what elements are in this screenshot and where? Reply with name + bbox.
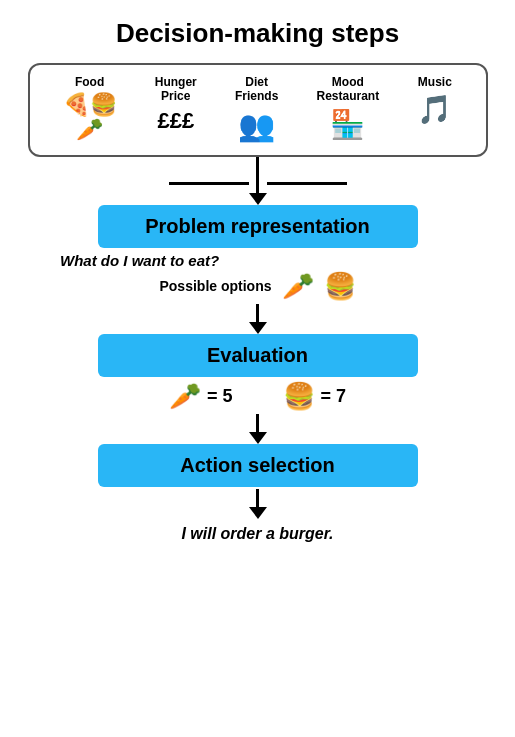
context-label-mood: MoodRestaurant [317, 75, 380, 104]
connector-v-1 [256, 157, 259, 171]
arrow-to-final [249, 489, 267, 519]
connector-h-right [267, 182, 347, 185]
burger-option-icon: 🍔 [324, 271, 356, 302]
context-label-music: Music [418, 75, 452, 89]
connector-down [256, 171, 259, 193]
context-label-diet: DietFriends [235, 75, 278, 104]
arrow-line-3 [256, 414, 259, 432]
carrot-score-icon: 🥕 [169, 381, 201, 412]
arrow-head-1 [249, 193, 267, 205]
final-text: I will order a burger. [181, 525, 333, 543]
connector-box-to-problem [169, 157, 347, 205]
possible-options-label: Possible options [159, 278, 271, 294]
burger-score: 🍔 = 7 [283, 381, 347, 412]
price-icon: £££ [157, 108, 194, 134]
context-item-hunger-price: HungerPrice £££ [155, 75, 197, 134]
burger-score-value: = 7 [321, 386, 347, 407]
connector-center [249, 171, 267, 205]
friends-icon: 👥 [238, 108, 275, 143]
question-text: What do I want to eat? [60, 252, 219, 269]
connector-split [169, 171, 347, 205]
arrow-line-4 [256, 489, 259, 507]
arrow-head-3 [249, 432, 267, 444]
scores-row: 🥕 = 5 🍔 = 7 [169, 381, 346, 412]
arrow-head-4 [249, 507, 267, 519]
page-title: Decision-making steps [116, 18, 399, 49]
burger-score-icon: 🍔 [283, 381, 315, 412]
action-selection-box: Action selection [98, 444, 418, 487]
context-label-food: Food [75, 75, 104, 89]
evaluation-box: Evaluation [98, 334, 418, 377]
arrow-to-evaluation [249, 304, 267, 334]
context-label-hunger: HungerPrice [155, 75, 197, 104]
carrot-score-value: = 5 [207, 386, 233, 407]
food-icons: 🍕🍔🥕 [63, 93, 117, 141]
context-item-music: Music 🎵 [417, 75, 452, 126]
arrow-head-2 [249, 322, 267, 334]
arrow-to-action [249, 414, 267, 444]
carrot-score: 🥕 = 5 [169, 381, 233, 412]
arrow-line-2 [256, 304, 259, 322]
carrot-option-icon: 🥕 [282, 271, 314, 302]
context-item-diet-friends: DietFriends 👥 [235, 75, 278, 143]
context-item-food: Food 🍕🍔🥕 [63, 75, 117, 142]
connector-h-left [169, 182, 249, 185]
music-icon: 🎵 [417, 93, 452, 126]
possible-options-row: Possible options 🥕 🍔 [159, 271, 355, 302]
problem-representation-box: Problem representation [98, 205, 418, 248]
context-box: Food 🍕🍔🥕 HungerPrice £££ DietFriends 👥 M… [28, 63, 488, 157]
restaurant-icon: 🏪 [330, 108, 365, 141]
context-item-mood-restaurant: MoodRestaurant 🏪 [317, 75, 380, 141]
